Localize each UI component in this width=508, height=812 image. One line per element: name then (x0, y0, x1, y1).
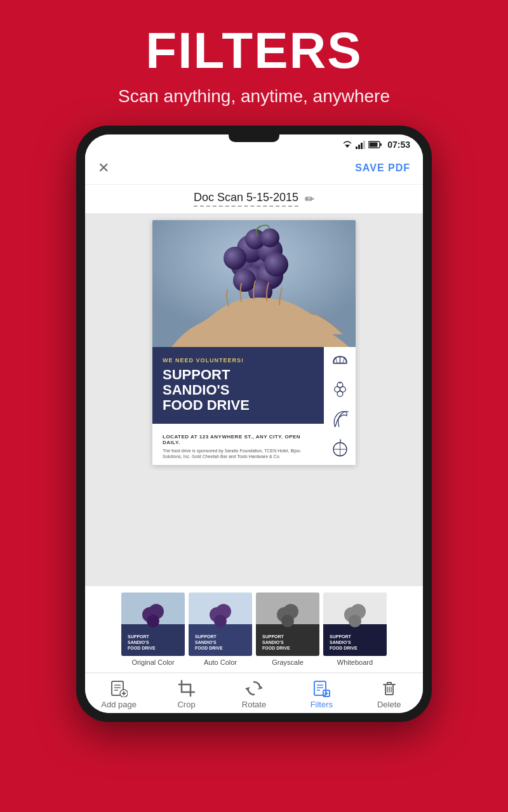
thumb-img-original: SUPPORT SANDIO'S FOOD DRIVE (121, 593, 185, 656)
nav-label-crop: Crop (177, 700, 195, 709)
decorative-icons (324, 347, 356, 465)
svg-text:SANDIO'S: SANDIO'S (128, 640, 149, 645)
svg-rect-3 (361, 143, 363, 149)
svg-rect-78 (314, 681, 326, 695)
filter-thumb-whiteboard[interactable]: SUPPORT SANDIO'S FOOD DRIVE Whiteboard (323, 593, 387, 666)
status-time: 07:53 (387, 140, 410, 150)
svg-text:SUPPORT: SUPPORT (128, 634, 150, 639)
svg-line-23 (335, 358, 337, 363)
filter-thumb-auto[interactable]: SUPPORT SANDIO'S FOOD DRIVE Auto Color (189, 593, 252, 666)
document-title: Doc Scan 5-15-2015 (194, 191, 298, 207)
svg-text:SUPPORT: SUPPORT (262, 634, 284, 639)
nav-label-add-page: Add page (101, 700, 137, 709)
save-pdf-button[interactable]: SAVE PDF (355, 162, 410, 174)
nav-item-crop[interactable]: Crop (164, 679, 209, 709)
svg-rect-4 (363, 141, 365, 149)
phone-outer: 07:53 ✕ SAVE PDF Doc Scan 5-15-2015 ✏ (76, 126, 432, 722)
filter-label-grayscale: Grayscale (272, 658, 304, 666)
nav-item-delete[interactable]: Delete (367, 679, 411, 709)
poster-content: WE NEED VOLUNTEERS! SUPPORT SANDIO'S FOO… (152, 347, 356, 465)
svg-marker-0 (345, 145, 350, 148)
app-title: FILTERS (13, 25, 495, 76)
edit-icon[interactable]: ✏ (305, 192, 314, 206)
thumb-img-whiteboard: SUPPORT SANDIO'S FOOD DRIVE (323, 593, 387, 656)
document-image: WE NEED VOLUNTEERS! SUPPORT SANDIO'S FOO… (152, 220, 356, 465)
nav-label-delete: Delete (377, 700, 401, 709)
filter-label-auto: Auto Color (204, 658, 237, 666)
thumb-svg-auto: SUPPORT SANDIO'S FOOD DRIVE (189, 593, 252, 656)
nav-item-rotate[interactable]: Rotate (232, 679, 276, 709)
volunteers-text: WE NEED VOLUNTEERS! (163, 357, 314, 363)
svg-rect-1 (356, 147, 358, 149)
thumb-svg-whiteboard: SUPPORT SANDIO'S FOOD DRIVE (323, 593, 387, 656)
wifi-icon (342, 140, 353, 149)
nav-label-rotate: Rotate (242, 700, 266, 709)
description-text: The food drive is sponsored by Sandio Fo… (163, 448, 314, 461)
svg-text:SANDIO'S: SANDIO'S (330, 640, 351, 645)
svg-point-53 (281, 615, 294, 627)
thumb-img-auto: SUPPORT SANDIO'S FOOD DRIVE (189, 593, 252, 656)
svg-text:FOOD DRIVE: FOOD DRIVE (262, 646, 290, 650)
delete-icon (380, 679, 398, 697)
doc-image-top (152, 220, 356, 347)
status-icons: 07:53 (342, 140, 410, 150)
grapes-background (152, 220, 356, 347)
crop-icon (178, 679, 196, 697)
phone-notch (229, 134, 279, 142)
svg-line-24 (342, 358, 344, 363)
nav-item-add-page[interactable]: Add page (97, 679, 141, 709)
signal-icon (356, 140, 366, 149)
svg-rect-2 (358, 145, 360, 149)
support-title: SUPPORT SANDIO'S FOOD DRIVE (163, 367, 314, 414)
svg-text:FOOD DRIVE: FOOD DRIVE (330, 646, 358, 650)
svg-point-17 (264, 252, 288, 277)
filter-thumb-original[interactable]: SUPPORT SANDIO'S FOOD DRIVE Original Col… (121, 593, 185, 666)
title-bar: Doc Scan 5-15-2015 ✏ (85, 185, 423, 214)
citrus-icon (329, 437, 351, 459)
battery-icon (368, 141, 382, 148)
app-subtitle: Scan anything, anytime, anywhere (13, 86, 495, 107)
document-preview: WE NEED VOLUNTEERS! SUPPORT SANDIO'S FOO… (85, 214, 423, 586)
poster-dark-section: WE NEED VOLUNTEERS! SUPPORT SANDIO'S FOO… (152, 347, 324, 424)
location-text: LOCATED AT 123 ANYWHERE ST., ANY CITY. O… (163, 434, 314, 445)
thumb-svg-grayscale: SUPPORT SANDIO'S FOOD DRIVE (256, 593, 319, 656)
svg-text:FOOD DRIVE: FOOD DRIVE (195, 646, 223, 650)
svg-point-20 (260, 228, 279, 247)
poster-light-section: LOCATED AT 123 ANYWHERE ST., ANY CITY. O… (152, 429, 324, 466)
svg-rect-6 (380, 143, 382, 146)
svg-point-45 (214, 615, 227, 627)
watermelon-icon (329, 352, 351, 374)
nav-item-filters[interactable]: Filters (299, 679, 344, 709)
svg-point-28 (337, 391, 343, 396)
filter-label-whiteboard: Whiteboard (337, 658, 373, 666)
phone-mockup: 07:53 ✕ SAVE PDF Doc Scan 5-15-2015 ✏ (76, 126, 432, 722)
svg-text:FOOD DRIVE: FOOD DRIVE (128, 646, 156, 650)
phone-screen: 07:53 ✕ SAVE PDF Doc Scan 5-15-2015 ✏ (85, 134, 423, 713)
filter-thumb-grayscale[interactable]: SUPPORT SANDIO'S FOOD DRIVE Grayscale (256, 593, 319, 666)
svg-text:SUPPORT: SUPPORT (195, 634, 217, 639)
svg-text:SANDIO'S: SANDIO'S (195, 640, 217, 645)
nav-label-filters: Filters (311, 700, 333, 709)
svg-text:SUPPORT: SUPPORT (330, 634, 352, 639)
poster-left: WE NEED VOLUNTEERS! SUPPORT SANDIO'S FOO… (152, 347, 324, 465)
close-button[interactable]: ✕ (98, 160, 109, 176)
thumb-svg-original: SUPPORT SANDIO'S FOOD DRIVE (121, 593, 185, 656)
svg-point-61 (349, 615, 361, 627)
add-page-icon (110, 679, 128, 697)
filter-label-original: Original Color (131, 658, 174, 666)
filters-icon (312, 679, 330, 697)
filter-strip: SUPPORT SANDIO'S FOOD DRIVE Original Col… (85, 586, 423, 672)
svg-text:SANDIO'S: SANDIO'S (262, 640, 284, 645)
content-area: WE NEED VOLUNTEERS! SUPPORT SANDIO'S FOO… (85, 214, 423, 672)
grapes-illustration (152, 220, 356, 347)
top-bar: ✕ SAVE PDF (85, 155, 423, 185)
svg-rect-7 (370, 143, 378, 147)
thumb-img-grayscale: SUPPORT SANDIO'S FOOD DRIVE (256, 593, 319, 656)
rotate-icon (245, 679, 263, 697)
grapes-small-icon (329, 379, 351, 402)
svg-point-16 (233, 269, 256, 292)
banana-icon (329, 407, 351, 432)
header-section: FILTERS Scan anything, anytime, anywhere (0, 0, 508, 119)
svg-point-18 (224, 247, 246, 270)
svg-point-37 (147, 615, 159, 627)
